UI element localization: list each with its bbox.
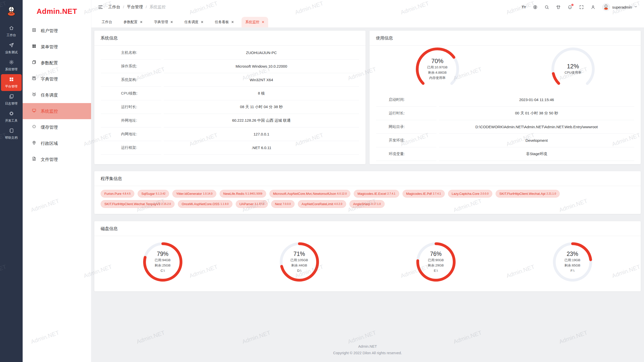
rail-item-label: 工作台 — [7, 33, 16, 37]
language-icon[interactable] — [533, 5, 538, 10]
avatar-mascot-icon — [603, 4, 609, 10]
tab-3[interactable]: 任务调度 — [181, 17, 207, 27]
tab-1[interactable]: 参数配置 — [120, 17, 146, 27]
page-content: 系统信息 主机名称:ZUOHUAIJUN-PC操作系统:Microsoft Wi… — [91, 28, 644, 362]
tab-4[interactable]: 任务看板 — [211, 17, 238, 27]
rail-item-1[interactable]: 业务测试 — [1, 40, 22, 57]
sidebar-item-label: 参数配置 — [41, 60, 58, 66]
tab-5[interactable]: 系统监控 — [242, 17, 268, 27]
tab-0[interactable]: 工作台 — [98, 17, 116, 27]
assembly-tag: AspNetCoreRateLimit4.0.2.0 — [298, 200, 346, 208]
sidebar: Admin.NET 租户管理菜单管理参数配置字典管理任务调度系统监控缓存管理行政… — [23, 0, 91, 362]
disk-free: 剩余:44GB — [291, 263, 307, 268]
sidebar-item-label: 任务调度 — [41, 92, 58, 98]
assembly-name: Magicodes.IE.Pdf — [406, 192, 432, 196]
search-icon[interactable] — [544, 5, 549, 10]
disk-gauge-2: 76%已用:90GB剩余:29GBE:\ — [416, 242, 456, 282]
rail-item-4[interactable]: 日志管理 — [1, 91, 22, 108]
table-row: 网站目录:D:\CODEWORK\Admin.NET\Admin.NET\Adm… — [376, 120, 634, 134]
assembly-name: AspNetCoreRateLimit — [302, 202, 333, 206]
disk-name: D:\ — [297, 268, 301, 273]
rail-item-5[interactable]: 开发工具 — [1, 108, 22, 125]
rail-item-label: 平台管理 — [5, 84, 18, 89]
close-icon[interactable] — [170, 20, 173, 24]
disk-name: C:\ — [160, 268, 165, 273]
assembly-name: NewLife.Redis — [223, 192, 245, 196]
table-row: 运行时长:08 天 11 小时 04 分 38 秒 — [101, 100, 359, 114]
cpu-gauge: 12%CPU使用率 — [551, 48, 595, 91]
theme-shirt-icon[interactable] — [556, 5, 561, 10]
sidebar-item-3[interactable]: 字典管理 — [23, 71, 91, 87]
location-icon — [32, 140, 36, 146]
row-value: 60.222.128.26 中国 山西 运城 联通 — [164, 114, 359, 127]
row-value: 8 核 — [164, 87, 359, 100]
tab-label: 参数配置 — [124, 20, 138, 24]
breadcrumb-item-1[interactable]: 平台管理 — [123, 5, 143, 10]
assembly-version: 1.1.9.0 — [221, 202, 229, 205]
disk-free: 剩余:29GB — [428, 263, 444, 268]
assembly-tag: Magicodes.IE.Pdf2.7.4.1 — [403, 190, 445, 198]
assembly-tag: SKIT.FlurlHttpClient.Wechat.Api2.21.1.0 — [496, 190, 560, 198]
sidebar-item-0[interactable]: 租户管理 — [23, 23, 91, 39]
collapse-menu-icon[interactable] — [98, 5, 103, 10]
sidebar-item-5[interactable]: 系统监控 — [23, 103, 91, 119]
close-icon[interactable] — [140, 20, 143, 24]
close-icon[interactable] — [231, 20, 234, 24]
sidebar-item-1[interactable]: 菜单管理 — [23, 39, 91, 55]
table-row: 主机名称:ZUOHUAIJUN-PC — [101, 46, 359, 60]
close-icon[interactable] — [262, 20, 264, 24]
fullscreen-icon[interactable] — [579, 5, 584, 10]
user-icon[interactable] — [591, 5, 595, 10]
bell-icon[interactable] — [568, 5, 572, 10]
app-logo-mascot[interactable] — [0, 0, 23, 23]
table-row: 开发环境:Development — [376, 134, 634, 147]
disk-gauge-cell: 76%已用:90GB剩余:29GBE:\ — [368, 242, 504, 282]
assembly-version: 2.7.4.1 — [433, 192, 441, 195]
main-area: 工作台平台管理系统监控 Tт — [91, 0, 644, 362]
disk-free: 剩余:25GB — [155, 263, 171, 268]
row-label: 启动时间: — [376, 93, 436, 107]
breadcrumb-item-0[interactable]: 工作台 — [108, 5, 120, 10]
paper-plane-icon — [9, 42, 14, 49]
rail-item-6[interactable]: 帮助文档 — [1, 125, 22, 142]
document-icon — [32, 156, 36, 162]
assembly-name: Yitter.IdGenerator — [176, 192, 202, 196]
assembly-tag: Nest7.0.0.0 — [271, 200, 295, 208]
table-row: 内网地址:127.0.0.1 — [101, 127, 359, 141]
home-icon — [9, 25, 14, 31]
usage-gauge-cell: 70%已用:10.97GB剩余:4.88GB内存使用率 — [370, 48, 505, 91]
rail-item-2[interactable]: 系统管理 — [1, 57, 22, 74]
rail-item-3[interactable]: 平台管理 — [1, 74, 22, 91]
sidebar-item-8[interactable]: 文件管理 — [23, 151, 91, 167]
rail-item-label: 日志管理 — [5, 102, 18, 106]
sidebar-item-6[interactable]: 缓存管理 — [23, 119, 91, 135]
disk-gauge-3: 23%已用:19GB剩余:65GBF:\ — [553, 242, 592, 282]
tab-2[interactable]: 字典管理 — [150, 17, 177, 27]
sidebar-item-4[interactable]: 任务调度 — [23, 87, 91, 103]
sidebar-item-label: 系统监控 — [41, 108, 58, 114]
topbar: 工作台平台管理系统监控 Tт — [91, 0, 644, 14]
topbar-actions: Tт — [522, 3, 637, 11]
rail-item-0[interactable]: 工作台 — [1, 23, 22, 40]
table-row: 外网地址:60.222.128.26 中国 山西 运城 联通 — [101, 114, 359, 127]
sidebar-item-2[interactable]: 参数配置 — [23, 55, 91, 71]
disk-gauge-cell: 71%已用:105GB剩余:44GBD:\ — [231, 242, 368, 282]
assembly-version: 6.0.12.0 — [337, 192, 347, 195]
row-label: 主机名称: — [101, 46, 161, 60]
gear-icon — [9, 60, 14, 66]
assembly-version: 2.15.2.0 — [161, 202, 171, 205]
sidebar-item-label: 行政区域 — [41, 141, 58, 146]
app-logo-text[interactable]: Admin.NET — [23, 0, 91, 23]
assembly-version: 1.0.14.0 — [203, 192, 213, 195]
gauge-line: 已用:10.97GB — [427, 65, 448, 70]
mascot-icon — [6, 6, 17, 17]
row-value: Microsoft Windows 10.0.22000 — [164, 60, 359, 73]
sidebar-item-7[interactable]: 行政区域 — [23, 135, 91, 151]
card-title: 程序集信息 — [94, 171, 641, 186]
footer-copyright: Copyright © 2022 Dilon All rights reserv… — [94, 350, 641, 356]
font-size-icon[interactable]: Tт — [522, 5, 526, 9]
gauge-line: 内存使用率 — [429, 75, 446, 80]
close-icon[interactable] — [201, 20, 204, 24]
assembly-version: 2.7.4.1 — [387, 192, 395, 195]
user-menu[interactable]: superadmin — [602, 3, 637, 11]
